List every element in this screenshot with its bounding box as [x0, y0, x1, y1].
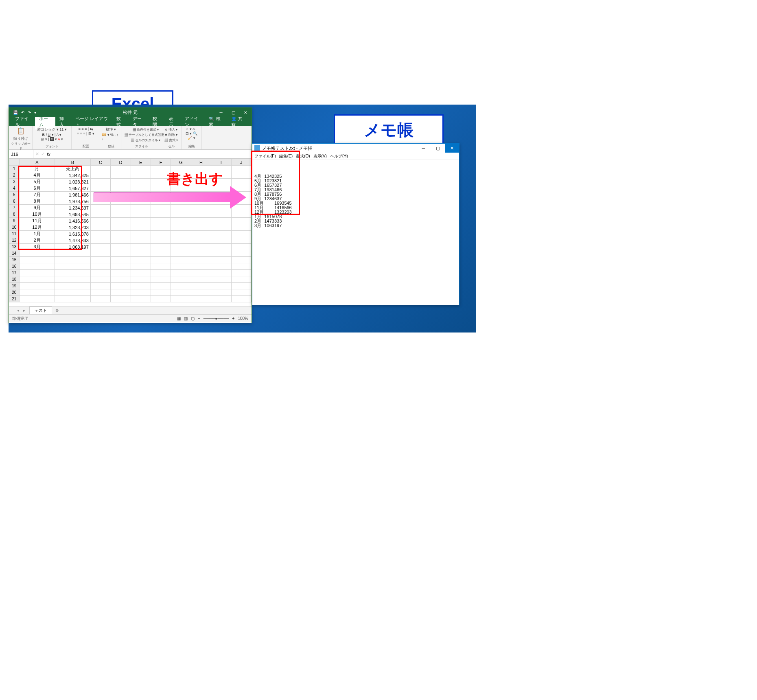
add-sheet-button[interactable]: ⊕	[55, 308, 59, 313]
cell[interactable]	[171, 289, 191, 296]
cell[interactable]	[90, 231, 110, 237]
cell[interactable]	[111, 166, 131, 172]
cell[interactable]: 1,981,466	[55, 192, 91, 198]
cell[interactable]	[19, 289, 55, 296]
cell[interactable]: 1,416,566	[55, 218, 91, 224]
maximize-button[interactable]: ▢	[227, 110, 239, 115]
cell[interactable]	[111, 263, 131, 270]
cell[interactable]: 12月	[19, 224, 55, 231]
cell[interactable]: 1,063,197	[55, 244, 91, 250]
zoom-out-button[interactable]: −	[198, 316, 200, 321]
cell[interactable]	[111, 211, 131, 218]
cell[interactable]: 9月	[19, 205, 55, 211]
cell[interactable]	[211, 211, 231, 218]
cell[interactable]	[231, 263, 251, 270]
cell[interactable]	[211, 296, 231, 302]
cell[interactable]	[151, 296, 171, 302]
cell[interactable]	[171, 218, 191, 224]
cell[interactable]	[131, 270, 151, 276]
cell[interactable]	[55, 263, 91, 270]
cell[interactable]	[90, 218, 110, 224]
cell[interactable]	[90, 283, 110, 289]
delete-cells-button[interactable]: ⊖ 削除 ▾	[164, 132, 178, 138]
col-header[interactable]: I	[211, 159, 231, 166]
insert-cells-button[interactable]: ⊕ 挿入 ▾	[164, 127, 178, 132]
cell[interactable]	[191, 289, 211, 296]
cell[interactable]	[191, 231, 211, 237]
cell[interactable]	[90, 263, 110, 270]
cell[interactable]: 4月	[19, 172, 55, 179]
cell[interactable]	[55, 276, 91, 283]
cell[interactable]	[90, 289, 110, 296]
cell[interactable]	[90, 276, 110, 283]
cell[interactable]	[131, 296, 151, 302]
cell[interactable]	[131, 289, 151, 296]
row-header[interactable]: 6	[9, 198, 20, 205]
cell[interactable]	[111, 224, 131, 231]
cell[interactable]	[191, 296, 211, 302]
cell[interactable]	[151, 257, 171, 263]
cell[interactable]	[211, 250, 231, 257]
cell[interactable]: 1,342,325	[55, 172, 91, 179]
cell[interactable]	[151, 289, 171, 296]
cell[interactable]	[171, 231, 191, 237]
sheet-nav-next[interactable]: ▸	[23, 308, 25, 313]
minimize-button[interactable]: ─	[416, 144, 431, 153]
underline-button[interactable]: U	[48, 133, 51, 137]
cell[interactable]	[171, 283, 191, 289]
font-name[interactable]: 游ゴシック	[37, 127, 55, 131]
cell[interactable]: 2月	[19, 237, 55, 244]
col-header[interactable]: A	[19, 159, 55, 166]
cell[interactable]	[231, 289, 251, 296]
cell[interactable]	[90, 257, 110, 263]
cell[interactable]	[131, 276, 151, 283]
cell[interactable]	[191, 283, 211, 289]
cell[interactable]: 1,693,545	[55, 211, 91, 218]
cell[interactable]	[231, 296, 251, 302]
qat-dropdown-icon[interactable]: ▾	[34, 110, 36, 115]
cell[interactable]	[231, 270, 251, 276]
cell[interactable]	[55, 283, 91, 289]
cell[interactable]	[151, 237, 171, 244]
paste-icon[interactable]: 📋	[17, 127, 25, 135]
cell[interactable]	[231, 257, 251, 263]
cell[interactable]	[111, 283, 131, 289]
cell[interactable]	[131, 231, 151, 237]
cell[interactable]	[111, 296, 131, 302]
menu-edit[interactable]: 編集(E)	[279, 153, 293, 159]
col-header[interactable]: D	[111, 159, 131, 166]
cell[interactable]	[111, 250, 131, 257]
cell[interactable]	[131, 224, 151, 231]
cell[interactable]	[55, 270, 91, 276]
cell[interactable]	[231, 224, 251, 231]
cell[interactable]	[55, 257, 91, 263]
cell[interactable]	[191, 276, 211, 283]
italic-button[interactable]: I	[46, 133, 47, 137]
cell[interactable]	[231, 231, 251, 237]
col-header[interactable]: H	[191, 159, 211, 166]
close-button[interactable]: ✕	[239, 110, 252, 115]
zoom-in-button[interactable]: +	[232, 316, 235, 321]
cell[interactable]	[171, 250, 191, 257]
cell[interactable]	[231, 250, 251, 257]
cell[interactable]: 8月	[19, 198, 55, 205]
row-header[interactable]: 12	[9, 237, 20, 244]
cell[interactable]	[171, 244, 191, 250]
cell[interactable]	[211, 289, 231, 296]
cell[interactable]	[90, 237, 110, 244]
cell[interactable]: 1,023,821	[55, 179, 91, 185]
menu-help[interactable]: ヘルプ(H)	[330, 153, 348, 159]
cell[interactable]	[111, 276, 131, 283]
cell[interactable]	[211, 231, 231, 237]
cell[interactable]	[131, 218, 151, 224]
cell[interactable]	[111, 231, 131, 237]
cell[interactable]: 1,234,637	[55, 205, 91, 211]
cell[interactable]	[171, 257, 191, 263]
cell[interactable]	[211, 257, 231, 263]
conditional-format-button[interactable]: ▦ 条件付き書式 ▾	[132, 127, 160, 132]
maximize-button[interactable]: ▢	[431, 144, 445, 153]
fx-icon[interactable]: fx	[47, 152, 50, 157]
cell-style-button[interactable]: ▦ セルのスタイル ▾	[130, 138, 161, 143]
row-header[interactable]: 4	[9, 185, 20, 192]
cell[interactable]: 1月	[19, 231, 55, 237]
